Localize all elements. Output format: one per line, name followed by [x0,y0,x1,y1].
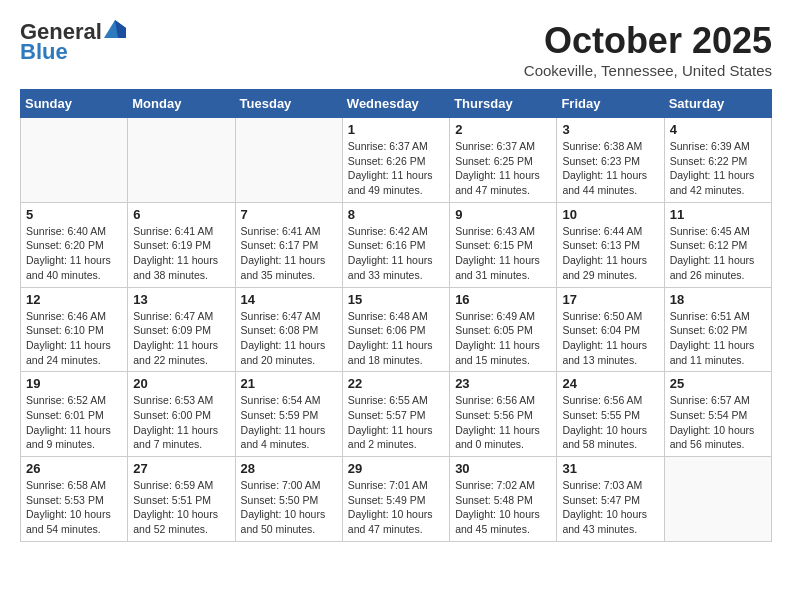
day-number: 17 [562,292,658,307]
day-info: Sunrise: 6:50 AM Sunset: 6:04 PM Dayligh… [562,309,658,368]
calendar-week-row: 12Sunrise: 6:46 AM Sunset: 6:10 PM Dayli… [21,287,772,372]
day-info: Sunrise: 6:58 AM Sunset: 5:53 PM Dayligh… [26,478,122,537]
calendar-cell: 25Sunrise: 6:57 AM Sunset: 5:54 PM Dayli… [664,372,771,457]
day-number: 28 [241,461,337,476]
calendar-cell [664,457,771,542]
calendar-cell: 12Sunrise: 6:46 AM Sunset: 6:10 PM Dayli… [21,287,128,372]
logo-blue-text: Blue [20,40,68,64]
day-number: 11 [670,207,766,222]
day-info: Sunrise: 6:47 AM Sunset: 6:09 PM Dayligh… [133,309,229,368]
day-info: Sunrise: 6:48 AM Sunset: 6:06 PM Dayligh… [348,309,444,368]
calendar-cell: 2Sunrise: 6:37 AM Sunset: 6:25 PM Daylig… [450,118,557,203]
day-info: Sunrise: 6:51 AM Sunset: 6:02 PM Dayligh… [670,309,766,368]
calendar-table: SundayMondayTuesdayWednesdayThursdayFrid… [20,89,772,542]
weekday-header-tuesday: Tuesday [235,90,342,118]
weekday-header-friday: Friday [557,90,664,118]
day-number: 24 [562,376,658,391]
day-number: 18 [670,292,766,307]
calendar-cell: 24Sunrise: 6:56 AM Sunset: 5:55 PM Dayli… [557,372,664,457]
calendar-cell: 28Sunrise: 7:00 AM Sunset: 5:50 PM Dayli… [235,457,342,542]
day-number: 4 [670,122,766,137]
calendar-cell: 17Sunrise: 6:50 AM Sunset: 6:04 PM Dayli… [557,287,664,372]
day-info: Sunrise: 6:49 AM Sunset: 6:05 PM Dayligh… [455,309,551,368]
day-number: 19 [26,376,122,391]
day-number: 30 [455,461,551,476]
day-info: Sunrise: 6:41 AM Sunset: 6:17 PM Dayligh… [241,224,337,283]
calendar-week-row: 26Sunrise: 6:58 AM Sunset: 5:53 PM Dayli… [21,457,772,542]
day-info: Sunrise: 6:56 AM Sunset: 5:55 PM Dayligh… [562,393,658,452]
calendar-cell: 9Sunrise: 6:43 AM Sunset: 6:15 PM Daylig… [450,202,557,287]
calendar-week-row: 5Sunrise: 6:40 AM Sunset: 6:20 PM Daylig… [21,202,772,287]
day-number: 10 [562,207,658,222]
day-info: Sunrise: 7:01 AM Sunset: 5:49 PM Dayligh… [348,478,444,537]
day-number: 1 [348,122,444,137]
calendar-cell [21,118,128,203]
page-header: General Blue October 2025 Cookeville, Te… [20,20,772,79]
calendar-cell: 29Sunrise: 7:01 AM Sunset: 5:49 PM Dayli… [342,457,449,542]
day-info: Sunrise: 6:56 AM Sunset: 5:56 PM Dayligh… [455,393,551,452]
day-info: Sunrise: 6:59 AM Sunset: 5:51 PM Dayligh… [133,478,229,537]
day-number: 9 [455,207,551,222]
day-number: 16 [455,292,551,307]
day-number: 20 [133,376,229,391]
day-number: 14 [241,292,337,307]
day-number: 12 [26,292,122,307]
calendar-cell: 20Sunrise: 6:53 AM Sunset: 6:00 PM Dayli… [128,372,235,457]
calendar-cell: 7Sunrise: 6:41 AM Sunset: 6:17 PM Daylig… [235,202,342,287]
logo-icon [104,20,126,38]
day-number: 23 [455,376,551,391]
calendar-cell: 13Sunrise: 6:47 AM Sunset: 6:09 PM Dayli… [128,287,235,372]
weekday-header-sunday: Sunday [21,90,128,118]
calendar-cell: 21Sunrise: 6:54 AM Sunset: 5:59 PM Dayli… [235,372,342,457]
day-info: Sunrise: 6:42 AM Sunset: 6:16 PM Dayligh… [348,224,444,283]
day-number: 3 [562,122,658,137]
calendar-week-row: 1Sunrise: 6:37 AM Sunset: 6:26 PM Daylig… [21,118,772,203]
day-info: Sunrise: 6:55 AM Sunset: 5:57 PM Dayligh… [348,393,444,452]
day-info: Sunrise: 6:37 AM Sunset: 6:26 PM Dayligh… [348,139,444,198]
calendar-cell: 14Sunrise: 6:47 AM Sunset: 6:08 PM Dayli… [235,287,342,372]
day-info: Sunrise: 6:53 AM Sunset: 6:00 PM Dayligh… [133,393,229,452]
day-number: 21 [241,376,337,391]
day-number: 13 [133,292,229,307]
day-info: Sunrise: 6:38 AM Sunset: 6:23 PM Dayligh… [562,139,658,198]
weekday-header-monday: Monday [128,90,235,118]
day-number: 15 [348,292,444,307]
calendar-cell: 31Sunrise: 7:03 AM Sunset: 5:47 PM Dayli… [557,457,664,542]
calendar-cell: 26Sunrise: 6:58 AM Sunset: 5:53 PM Dayli… [21,457,128,542]
calendar-cell: 16Sunrise: 6:49 AM Sunset: 6:05 PM Dayli… [450,287,557,372]
calendar-cell: 18Sunrise: 6:51 AM Sunset: 6:02 PM Dayli… [664,287,771,372]
day-info: Sunrise: 6:54 AM Sunset: 5:59 PM Dayligh… [241,393,337,452]
day-number: 29 [348,461,444,476]
calendar-cell: 6Sunrise: 6:41 AM Sunset: 6:19 PM Daylig… [128,202,235,287]
day-info: Sunrise: 7:02 AM Sunset: 5:48 PM Dayligh… [455,478,551,537]
calendar-cell: 15Sunrise: 6:48 AM Sunset: 6:06 PM Dayli… [342,287,449,372]
calendar-cell: 23Sunrise: 6:56 AM Sunset: 5:56 PM Dayli… [450,372,557,457]
day-number: 27 [133,461,229,476]
calendar-cell: 27Sunrise: 6:59 AM Sunset: 5:51 PM Dayli… [128,457,235,542]
calendar-cell: 4Sunrise: 6:39 AM Sunset: 6:22 PM Daylig… [664,118,771,203]
calendar-cell: 1Sunrise: 6:37 AM Sunset: 6:26 PM Daylig… [342,118,449,203]
day-number: 6 [133,207,229,222]
calendar-cell [235,118,342,203]
calendar-cell: 22Sunrise: 6:55 AM Sunset: 5:57 PM Dayli… [342,372,449,457]
calendar-cell: 11Sunrise: 6:45 AM Sunset: 6:12 PM Dayli… [664,202,771,287]
day-number: 5 [26,207,122,222]
day-number: 7 [241,207,337,222]
day-number: 8 [348,207,444,222]
calendar-week-row: 19Sunrise: 6:52 AM Sunset: 6:01 PM Dayli… [21,372,772,457]
weekday-header-row: SundayMondayTuesdayWednesdayThursdayFrid… [21,90,772,118]
day-number: 22 [348,376,444,391]
day-info: Sunrise: 6:41 AM Sunset: 6:19 PM Dayligh… [133,224,229,283]
day-number: 26 [26,461,122,476]
calendar-cell [128,118,235,203]
day-info: Sunrise: 6:37 AM Sunset: 6:25 PM Dayligh… [455,139,551,198]
day-info: Sunrise: 7:03 AM Sunset: 5:47 PM Dayligh… [562,478,658,537]
weekday-header-saturday: Saturday [664,90,771,118]
day-info: Sunrise: 6:57 AM Sunset: 5:54 PM Dayligh… [670,393,766,452]
day-info: Sunrise: 6:45 AM Sunset: 6:12 PM Dayligh… [670,224,766,283]
day-info: Sunrise: 6:40 AM Sunset: 6:20 PM Dayligh… [26,224,122,283]
location-subtitle: Cookeville, Tennessee, United States [524,62,772,79]
calendar-cell: 8Sunrise: 6:42 AM Sunset: 6:16 PM Daylig… [342,202,449,287]
weekday-header-wednesday: Wednesday [342,90,449,118]
title-block: October 2025 Cookeville, Tennessee, Unit… [524,20,772,79]
